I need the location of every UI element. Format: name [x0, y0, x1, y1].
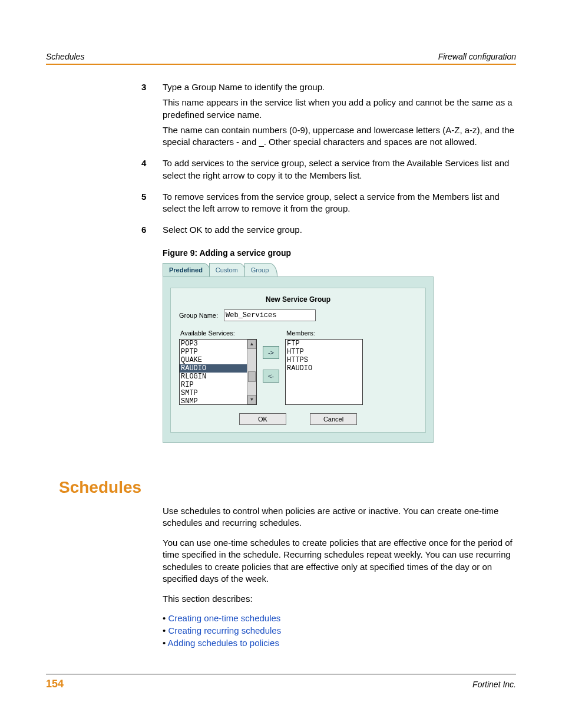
step-number: 6 — [141, 224, 163, 239]
list-item[interactable]: FTP — [286, 340, 362, 348]
tab-group[interactable]: Group — [244, 263, 278, 276]
body-paragraph: This section describes: — [163, 593, 516, 605]
figure-service-group: Predefined Custom Group New Service Grou… — [163, 262, 434, 443]
list-item[interactable]: HTTPS — [286, 356, 362, 364]
step-text: This name appears in the service list wh… — [163, 97, 516, 121]
list-item[interactable]: PPTP — [180, 348, 256, 356]
move-right-button[interactable]: -> — [263, 346, 279, 359]
list-item[interactable]: POP3 — [180, 340, 256, 348]
scrollbar[interactable]: ▲ ▼ — [247, 340, 256, 404]
panel-title: New Service Group — [179, 295, 417, 304]
tab-custom[interactable]: Custom — [209, 263, 247, 276]
step-text: Select OK to add the service group. — [163, 224, 302, 236]
scroll-up-icon[interactable]: ▲ — [247, 340, 256, 349]
step-number: 3 — [141, 81, 163, 151]
members-label: Members: — [286, 330, 363, 337]
step-5: 5 To remove services from the service gr… — [141, 191, 516, 219]
step-6: 6 Select OK to add the service group. — [141, 224, 516, 239]
step-text: To remove services from the service grou… — [163, 191, 516, 215]
page-number: 154 — [46, 678, 64, 690]
group-name-label: Group Name: — [179, 312, 218, 319]
header-rule — [46, 64, 516, 65]
move-left-button[interactable]: <- — [263, 370, 279, 383]
link-adding[interactable]: Adding schedules to policies — [168, 638, 279, 648]
step-text: To add services to the service group, se… — [163, 157, 516, 182]
available-label: Available Services: — [180, 330, 257, 337]
scroll-down-icon[interactable]: ▼ — [247, 395, 256, 404]
footer-rule — [46, 674, 516, 674]
step-number: 4 — [141, 157, 163, 185]
available-services-list[interactable]: POP3PPTPQUAKERAUDIORLOGINRIPSMTPSNMP ▲ ▼ — [179, 339, 257, 405]
list-item[interactable]: RIP — [180, 381, 256, 389]
members-list[interactable]: FTPHTTPHTTPSRAUDIO — [285, 339, 363, 405]
cancel-button[interactable]: Cancel — [310, 413, 357, 425]
scroll-thumb[interactable] — [248, 371, 256, 382]
step-3: 3 Type a Group Name to identify the grou… — [141, 81, 516, 151]
list-item[interactable]: HTTP — [286, 348, 362, 356]
body-paragraph: You can use one-time schedules to create… — [163, 537, 516, 585]
list-item[interactable]: RAUDIO — [180, 364, 256, 373]
step-text: Type a Group Name to identify the group. — [163, 81, 516, 93]
list-item[interactable]: QUAKE — [180, 356, 256, 364]
figure-caption: Figure 9: Adding a service group — [163, 248, 516, 258]
list-item[interactable]: SNMP — [180, 397, 256, 405]
footer-company: Fortinet Inc. — [472, 680, 516, 689]
list-item[interactable]: RAUDIO — [286, 364, 362, 373]
link-one-time[interactable]: Creating one-time schedules — [168, 613, 280, 623]
body-paragraph: Use schedules to control when policies a… — [163, 505, 516, 529]
section-heading: Schedules — [59, 478, 516, 497]
ok-button[interactable]: OK — [239, 413, 286, 425]
step-4: 4 To add services to the service group, … — [141, 157, 516, 185]
tab-predefined[interactable]: Predefined — [163, 263, 211, 276]
header-left: Schedules — [46, 52, 84, 61]
link-recurring[interactable]: Creating recurring schedules — [168, 625, 281, 635]
step-number: 5 — [141, 191, 163, 219]
list-item[interactable]: RLOGIN — [180, 373, 256, 381]
header-right: Firewall configuration — [438, 52, 516, 61]
list-item[interactable]: SMTP — [180, 389, 256, 397]
step-text: The name can contain numbers (0-9), uppe… — [163, 124, 516, 149]
group-name-input[interactable] — [224, 309, 316, 321]
